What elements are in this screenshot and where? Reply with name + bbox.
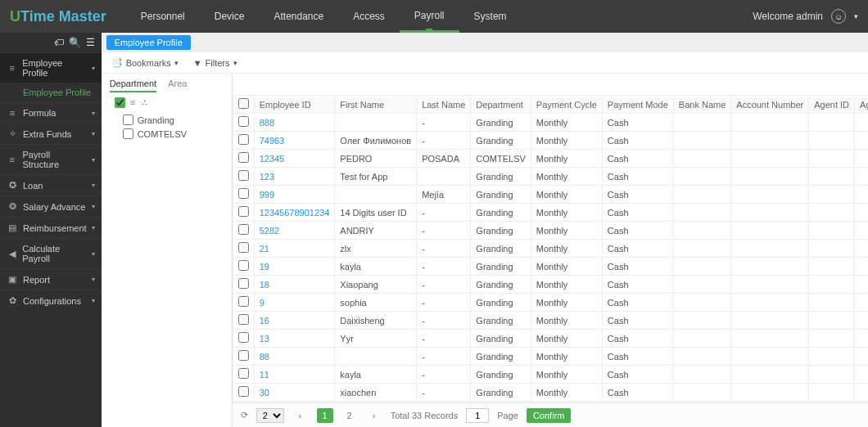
pager-page-1[interactable]: 1 [317,408,333,423]
select-all-checkbox[interactable] [238,98,249,109]
row-checkbox[interactable] [238,188,249,199]
column-header[interactable]: Payment Cycle [531,96,602,114]
row-checkbox[interactable] [238,242,249,253]
sidebar-item-salary-advance[interactable]: ❂Salary Advance▾ [0,196,102,217]
row-checkbox[interactable] [238,116,249,127]
user-avatar-icon[interactable]: ☺ [831,9,846,24]
row-checkbox[interactable] [238,314,249,325]
cell-employee-id[interactable]: 9 [254,294,335,312]
list-icon[interactable]: ☰ [86,37,95,48]
nav-personnel[interactable]: Personnel [126,0,200,33]
row-checkbox[interactable] [238,296,249,307]
row-checkbox[interactable] [238,206,249,217]
cell-employee-id[interactable]: 19 [254,258,335,276]
pager-refresh-icon[interactable]: ⟳ [241,410,248,420]
sidebar-item-configurations[interactable]: ✿Configurations▾ [0,290,102,311]
sidebar-item-formula[interactable]: ≡Formula▾ [0,102,102,123]
row-checkbox[interactable] [238,170,249,181]
table-row[interactable]: 16Daixisheng-GrandingMonthlyCash✎ [233,312,868,330]
breadcrumb-pill[interactable]: Employee Profile [106,35,191,50]
pager-confirm-button[interactable]: Confirm [527,408,572,423]
row-checkbox[interactable] [238,224,249,235]
sidebar-item-loan[interactable]: ✪Loan▾ [0,174,102,196]
tree-node-checkbox[interactable] [123,115,133,125]
table-row[interactable]: 11kayla-GrandingMonthlyCash✎ [233,366,868,384]
pager-goto-input[interactable] [466,408,489,423]
nav-system[interactable]: System [459,0,522,33]
data-grid[interactable]: Employee IDFirst NameLast NameDepartment… [233,95,868,402]
cell-employee-id[interactable]: 88 [254,348,335,366]
row-checkbox[interactable] [238,152,249,163]
column-header[interactable]: First Name [335,96,417,114]
cell-employee-id[interactable]: 999 [254,186,335,204]
table-row[interactable]: 888-GrandingMonthlyCash✎ [233,114,868,132]
row-checkbox[interactable] [238,386,249,397]
column-header[interactable]: Account Number [731,96,809,114]
tree-list-icon[interactable]: ≡ [130,97,135,108]
table-row[interactable]: 19kayla-GrandingMonthlyCash✎ [233,258,868,276]
sidebar-item-calculate-payroll[interactable]: ◀Calculate Payroll▾ [0,238,102,268]
row-checkbox[interactable] [238,332,249,343]
column-header[interactable]: Last Name [417,96,471,114]
bookmarks-button[interactable]: 📑Bookmarks▾ [111,57,179,68]
nav-attendance[interactable]: Attendance [259,0,338,33]
cell-employee-id[interactable]: 18 [254,276,335,294]
nav-payroll[interactable]: Payroll [400,0,459,33]
pager-page-2[interactable]: 2 [341,408,358,423]
cell-employee-id[interactable]: 21 [254,240,335,258]
column-header[interactable]: Bank Name [673,96,730,114]
table-row[interactable]: 13Yyr-GrandingMonthlyCash✎ [233,330,868,348]
column-header[interactable]: Payment Mode [602,96,673,114]
row-checkbox[interactable] [238,350,249,361]
table-row[interactable]: 74963Олег Филимонов-GrandingMonthlyCash✎ [233,132,868,150]
tree-check-all[interactable] [115,97,125,108]
column-header[interactable]: Employee ID [254,96,335,114]
cell-employee-id[interactable]: 5282 [254,222,335,240]
table-row[interactable]: 123Test for AppGrandingMonthlyCash✎ [233,168,868,186]
sidebar-item-extra-funds[interactable]: ✧Extra Funds▾ [0,123,102,144]
sidebar-subitem[interactable]: Employee Profile [0,83,102,102]
cell-employee-id[interactable]: 74963 [254,132,335,150]
nav-device[interactable]: Device [200,0,260,33]
nav-access[interactable]: Access [338,0,400,33]
tree-tab-area[interactable]: Area [168,79,187,92]
column-header[interactable]: Department [471,96,531,114]
table-row[interactable]: 5282ANDRIY-GrandingMonthlyCash✎ [233,222,868,240]
table-row[interactable]: 999MejíaGrandingMonthlyCash✎ [233,186,868,204]
table-row[interactable]: 12345PEDROPOSADACOMTELSVMonthlyCash✎ [233,150,868,168]
cell-employee-id[interactable]: 888 [254,114,335,132]
pager-next-icon[interactable]: › [366,408,382,423]
filters-button[interactable]: ▼Filters▾ [193,58,237,68]
table-row[interactable]: 9sophia-GrandingMonthlyCash✎ [233,294,868,312]
row-checkbox[interactable] [238,368,249,379]
table-row[interactable]: 21zlx-GrandingMonthlyCash✎ [233,240,868,258]
column-header[interactable]: Agent Account [855,96,868,114]
cell-employee-id[interactable]: 11 [254,366,335,384]
search-icon[interactable]: 🔍 [69,37,81,48]
sidebar-item-reimbursement[interactable]: ▤Reimbursement▾ [0,217,102,238]
tree-node[interactable]: COMTELSV [110,127,224,141]
table-row[interactable]: 30xiaochen-GrandingMonthlyCash✎ [233,384,868,402]
user-menu-caret-icon[interactable]: ▾ [854,12,858,20]
page-size-select[interactable]: 20 [256,408,284,423]
tag-icon[interactable]: 🏷 [54,37,64,48]
cell-employee-id[interactable]: 16 [254,312,335,330]
tree-tab-department[interactable]: Department [110,79,156,92]
row-checkbox[interactable] [238,260,249,271]
sidebar-item-report[interactable]: ▣Report▾ [0,268,102,290]
table-row[interactable]: 88-GrandingMonthlyCash✎ [233,348,868,366]
column-header[interactable]: Agent ID [809,96,855,114]
tree-node-checkbox[interactable] [123,128,133,139]
cell-employee-id[interactable]: 12345 [254,150,335,168]
sidebar-item-employee-profile[interactable]: ≡Employee Profile▾ [0,52,102,83]
sidebar-item-payroll-structure[interactable]: ≡Payroll Structure▾ [0,144,102,174]
pager-prev-icon[interactable]: ‹ [292,408,309,423]
table-row[interactable]: 18Xiaopang-GrandingMonthlyCash✎ [233,276,868,294]
table-row[interactable]: 1234567890123414 Digits user ID-Granding… [233,204,868,222]
cell-employee-id[interactable]: 123 [254,168,335,186]
cell-employee-id[interactable]: 12345678901234 [254,204,335,222]
row-checkbox[interactable] [238,278,249,289]
tree-org-icon[interactable]: ⛬ [140,97,149,108]
cell-employee-id[interactable]: 30 [254,384,335,402]
cell-employee-id[interactable]: 13 [254,330,335,348]
